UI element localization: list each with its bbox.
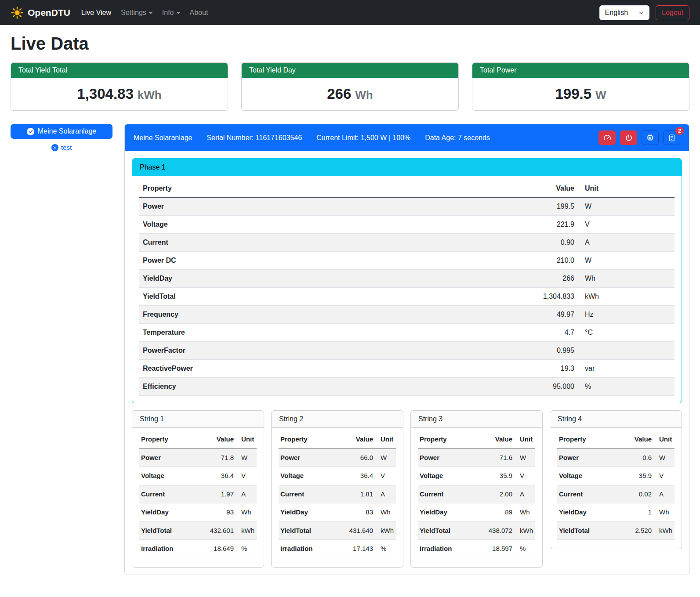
table-row: YieldDay 266 Wh <box>139 270 675 288</box>
string-table: Property Value Unit Power 66.0 W <box>279 431 396 558</box>
value-cell: 4.7 <box>512 324 578 342</box>
string-card-title: String 1 <box>132 411 264 428</box>
property-cell: Voltage <box>139 467 194 485</box>
property-cell: Voltage <box>279 467 333 485</box>
sidebar-item-inverter-selected[interactable]: Meine Solaranlage <box>11 124 112 139</box>
column-header-unit: Unit <box>578 180 675 198</box>
column-header-unit: Unit <box>375 431 396 449</box>
value-cell: 0.90 <box>512 234 578 252</box>
column-header-unit: Unit <box>236 431 257 449</box>
unit-cell: kWh <box>375 521 396 540</box>
value-cell: 36.4 <box>333 467 375 485</box>
value-cell: 432.601 <box>194 521 236 540</box>
table-row: Temperature 4.7 °C <box>139 324 675 342</box>
table-header-row: Property Value Unit <box>418 431 535 449</box>
string-table-body: Power 0.6 W Voltage 35.9 V Current <box>557 449 675 540</box>
unit-cell: kWh <box>578 288 675 306</box>
unit-cell: V <box>375 467 396 485</box>
x-circle-icon <box>51 144 58 151</box>
table-row: YieldDay 93 Wh <box>139 503 257 522</box>
nav-item-about[interactable]: About <box>185 5 213 20</box>
value-cell: 35.9 <box>472 467 514 485</box>
caret-down-icon <box>177 12 180 14</box>
brand[interactable]: OpenDTU <box>11 6 70 19</box>
summary-card-value: 266 <box>327 86 351 102</box>
table-header-row: Property Value Unit <box>139 180 675 198</box>
unit-cell: % <box>236 540 257 558</box>
summary-card-body: 266Wh <box>242 78 458 110</box>
column-header-unit: Unit <box>653 431 675 449</box>
value-cell: 2.520 <box>617 521 653 540</box>
value-cell: 438.072 <box>472 521 514 540</box>
event-count-badge: 2 <box>675 127 684 135</box>
table-row: Voltage 35.9 V <box>418 467 535 485</box>
limit-settings-button[interactable] <box>598 130 616 145</box>
property-cell: YieldDay <box>557 503 617 522</box>
nav-item-settings[interactable]: Settings <box>116 5 157 20</box>
property-cell: Power <box>279 449 333 467</box>
sidebar-item-inverter-test[interactable]: test <box>11 144 112 151</box>
string-card-3: String 3 Property Value Unit <box>410 410 543 568</box>
summary-card-title: Total Yield Day <box>242 63 458 78</box>
sidebar-item-label: Meine Solaranlage <box>38 127 96 135</box>
power-icon <box>625 134 633 142</box>
unit-cell: Wh <box>375 503 396 522</box>
value-cell: 17.143 <box>333 540 375 558</box>
inverter-action-buttons: 2 <box>598 130 680 145</box>
string-card-2: String 2 Property Value Unit <box>271 410 403 568</box>
column-header-property: Property <box>418 431 472 449</box>
table-row: Frequency 49.97 Hz <box>139 306 675 324</box>
unit-cell: V <box>236 467 257 485</box>
property-cell: ReactivePower <box>139 360 512 378</box>
table-row: Current 2.00 A <box>418 485 535 503</box>
language-select[interactable]: English <box>599 5 649 20</box>
logout-button[interactable]: Logout <box>656 5 689 20</box>
data-age: Data Age: 7 seconds <box>425 134 490 142</box>
summary-cards: Total Yield Total 1,304.83kWh Total Yiel… <box>11 62 689 111</box>
property-cell: YieldTotal <box>139 521 194 540</box>
property-cell: YieldDay <box>279 503 333 522</box>
unit-cell: W <box>514 449 535 467</box>
unit-cell: var <box>578 360 675 378</box>
table-header-row: Property Value Unit <box>557 431 675 449</box>
gauge-icon <box>603 134 612 142</box>
page-container: Live Data Total Yield Total 1,304.83kWh … <box>0 25 700 587</box>
property-cell: Irradiation <box>139 540 194 558</box>
table-row: Power 66.0 W <box>279 449 396 467</box>
unit-cell: Wh <box>578 270 675 288</box>
table-row: Voltage 221.9 V <box>139 216 675 234</box>
nav-item-live-view[interactable]: Live View <box>76 5 116 20</box>
property-cell: Power <box>139 198 512 216</box>
value-cell: 83 <box>333 503 375 522</box>
property-cell: Current <box>139 234 512 252</box>
column-header-unit: Unit <box>514 431 535 449</box>
event-log-button[interactable]: 2 <box>663 130 680 145</box>
table-row: YieldDay 83 Wh <box>279 503 396 522</box>
value-cell: 210.0 <box>512 252 578 270</box>
language-value: English <box>605 9 628 17</box>
property-cell: YieldTotal <box>557 521 617 540</box>
power-toggle-button[interactable] <box>620 130 637 145</box>
value-cell: 49.97 <box>512 306 578 324</box>
unit-cell: kWh <box>514 521 535 540</box>
string-card-title: String 2 <box>272 411 403 428</box>
property-cell: Frequency <box>139 306 512 324</box>
summary-card-title: Total Yield Total <box>11 63 228 78</box>
table-row: YieldDay 89 Wh <box>418 503 535 522</box>
unit-cell: V <box>653 467 675 485</box>
nav-links: Live View Settings Info About <box>76 5 213 20</box>
property-cell: Power <box>557 449 617 467</box>
value-cell: 1.97 <box>194 485 236 503</box>
property-cell: Voltage <box>557 467 617 485</box>
value-cell: 0.995 <box>512 342 578 360</box>
device-info-button[interactable] <box>642 130 659 145</box>
table-row: Power 199.5 W <box>139 198 675 216</box>
brand-label: OpenDTU <box>28 7 70 18</box>
column-header-value: Value <box>333 431 375 449</box>
navbar: OpenDTU Live View Settings Info About En… <box>0 0 700 25</box>
inverter-name: Meine Solaranlage <box>134 134 192 142</box>
table-row: Power 71.6 W <box>418 449 535 467</box>
nav-item-info[interactable]: Info <box>157 5 185 20</box>
unit-cell: % <box>578 378 675 396</box>
unit-cell <box>578 342 675 360</box>
